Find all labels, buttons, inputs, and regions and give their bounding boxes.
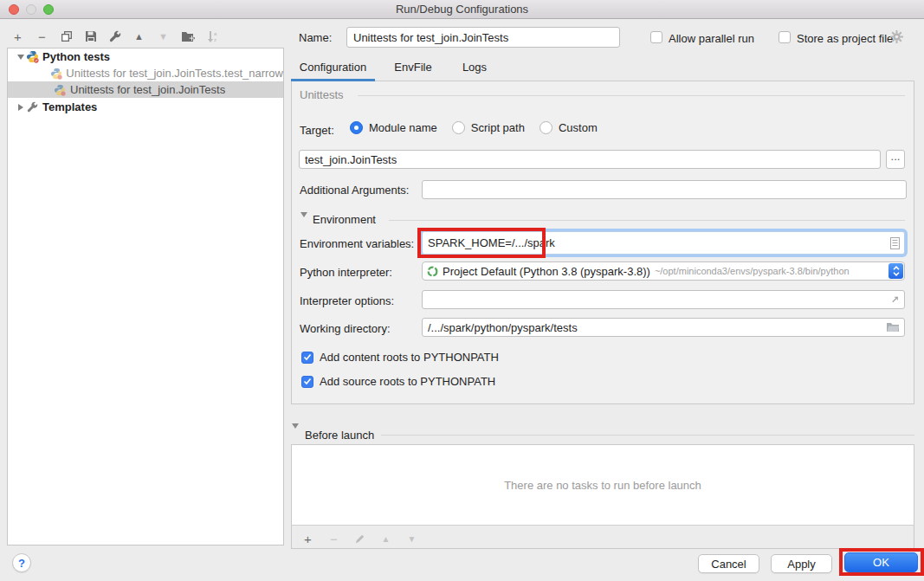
allow-parallel-run-label: Allow parallel run [669, 32, 754, 45]
python-interpreter-select[interactable]: Project Default (Python 3.8 (pyspark-3.8… [422, 261, 905, 281]
allow-parallel-run-checkbox[interactable] [650, 31, 662, 43]
tree-item-templates[interactable]: Templates [8, 98, 283, 116]
before-launch-panel: There are no tasks to run before launch … [291, 444, 914, 549]
environment-variables-label: Environment variables: [300, 237, 414, 250]
working-directory-label: Working directory: [300, 322, 391, 335]
add-task-icon[interactable]: + [300, 532, 315, 546]
tab-configuration[interactable]: Configuration [291, 54, 375, 81]
source-roots-label: Add source roots to PYTHONPATH [320, 375, 495, 388]
store-as-project-file-label: Store as project file [797, 32, 893, 45]
move-task-up-icon[interactable]: ▲ [378, 532, 393, 546]
expand-arrow-icon[interactable] [16, 104, 25, 111]
svg-text:z: z [214, 37, 216, 42]
zoom-button[interactable] [43, 4, 54, 15]
configuration-panel: Unittests Target: Module name Script pat… [291, 81, 914, 404]
configurations-toolbar: + − ▲ ▼ az [10, 27, 219, 46]
window-title: Run/Debug Configurations [396, 3, 528, 16]
additional-arguments-label: Additional Arguments: [300, 184, 409, 197]
combo-stepper-icon[interactable] [888, 263, 903, 279]
interpreter-value: Project Default (Python 3.8 (pyspark-3.8… [443, 265, 650, 278]
unittests-group-label: Unittests [300, 88, 344, 101]
environment-variables-input[interactable] [423, 236, 890, 249]
cancel-button[interactable]: Cancel [698, 554, 759, 573]
remove-configuration-icon[interactable]: − [35, 29, 49, 44]
configuration-tabs: Configuration EnvFile Logs [291, 54, 914, 81]
radio-button-selected[interactable] [350, 121, 363, 134]
radio-module-name[interactable]: Module name [350, 121, 437, 134]
new-folder-icon[interactable] [180, 29, 195, 44]
sort-alphabetically-icon[interactable]: az [204, 29, 219, 44]
source-roots-row[interactable]: Add source roots to PYTHONPATH [301, 375, 495, 388]
close-button[interactable] [9, 4, 19, 15]
tree-item-label: Unittests for test_join.JoinTests.test_n… [66, 67, 283, 80]
radio-button[interactable] [452, 121, 465, 134]
conda-environment-icon [427, 266, 438, 277]
minimize-button[interactable] [26, 4, 36, 15]
unittest-config-icon [53, 83, 67, 97]
before-launch-group-label: Before launch [305, 429, 374, 442]
environment-variables-field[interactable] [422, 231, 905, 255]
title-bar: Run/Debug Configurations [0, 0, 924, 19]
content-roots-row[interactable]: Add content roots to PYTHONPATH [301, 351, 499, 364]
tree-item-unittests-jointests-selected[interactable]: Unittests for test_join.JoinTests [8, 81, 283, 98]
store-as-project-file-checkbox[interactable] [779, 31, 791, 43]
browse-folder-icon[interactable] [886, 322, 900, 332]
interpreter-path: ~/opt/miniconda3/envs/pyspark-3.8/bin/py… [655, 266, 850, 276]
tree-item-unittests-narrow[interactable]: Unittests for test_join.JoinTests.test_n… [8, 65, 283, 81]
working-directory-input[interactable] [422, 318, 905, 337]
store-options-gear-icon[interactable] [890, 30, 903, 46]
content-roots-checkbox[interactable] [301, 352, 313, 364]
tree-item-label: Python tests [42, 50, 110, 63]
interpreter-options-label: Interpreter options: [300, 294, 394, 307]
radio-script-path[interactable]: Script path [452, 121, 525, 134]
edit-templates-icon[interactable] [107, 29, 122, 44]
move-down-icon[interactable]: ▼ [156, 29, 171, 44]
templates-wrench-icon [25, 100, 39, 114]
expand-field-icon[interactable] [890, 295, 900, 305]
additional-arguments-input[interactable] [422, 180, 907, 199]
configurations-tree: Python tests Unittests for test_join.Joi… [7, 48, 284, 545]
add-configuration-icon[interactable]: + [10, 29, 25, 44]
ok-button[interactable]: OK [844, 552, 918, 572]
before-launch-collapse-icon[interactable] [292, 429, 299, 442]
unittest-config-icon [49, 67, 62, 81]
tab-logs[interactable]: Logs [454, 54, 495, 81]
collapse-arrow-icon[interactable] [16, 55, 25, 60]
move-up-icon[interactable]: ▲ [132, 29, 146, 44]
environment-group-label: Environment [313, 213, 376, 226]
name-label: Name: [299, 31, 332, 44]
radio-button[interactable] [540, 121, 552, 134]
target-label: Target: [300, 124, 334, 137]
svg-text:a: a [214, 31, 217, 36]
save-configuration-icon[interactable] [83, 29, 98, 44]
browse-target-button[interactable]: ... [886, 150, 905, 169]
browse-variables-icon[interactable] [890, 237, 900, 249]
before-launch-toolbar: + − ▲ ▼ [300, 528, 419, 549]
copy-configuration-icon[interactable] [59, 29, 74, 44]
target-input[interactable] [299, 150, 881, 169]
help-button[interactable]: ? [12, 553, 31, 572]
python-interpreter-label: Python interpreter: [300, 266, 392, 279]
tab-envfile[interactable]: EnvFile [386, 54, 440, 81]
name-input[interactable] [346, 27, 620, 48]
python-tests-icon [25, 50, 39, 64]
edit-task-icon[interactable] [352, 532, 367, 546]
interpreter-options-input[interactable] [422, 290, 905, 309]
environment-collapse-icon[interactable] [300, 217, 307, 230]
tree-item-label: Unittests for test_join.JoinTests [70, 83, 225, 96]
move-task-down-icon[interactable]: ▼ [404, 532, 419, 546]
tree-item-python-tests[interactable]: Python tests [8, 48, 283, 65]
before-launch-empty-state: There are no tasks to run before launch [292, 445, 914, 526]
apply-button[interactable]: Apply [771, 554, 832, 573]
source-roots-checkbox[interactable] [301, 376, 313, 388]
content-roots-label: Add content roots to PYTHONPATH [320, 351, 499, 364]
radio-custom[interactable]: Custom [540, 121, 598, 134]
remove-task-icon[interactable]: − [326, 532, 341, 546]
tree-item-label: Templates [42, 100, 97, 113]
